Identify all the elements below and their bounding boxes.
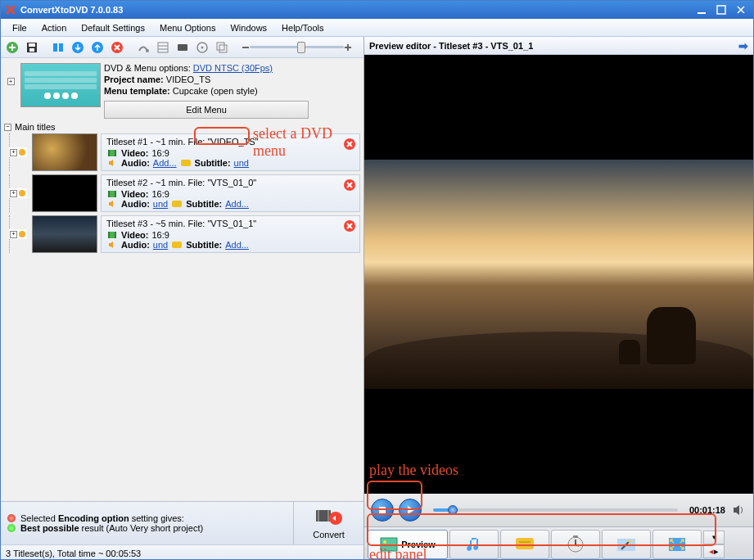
status-text: 3 Titleset(s), Total time ~ 00:05:53 — [6, 549, 141, 558]
menu-action[interactable]: Action — [35, 21, 74, 34]
up-button[interactable] — [89, 39, 106, 56]
svg-rect-5 — [29, 48, 34, 52]
tab-image-settings[interactable] — [602, 530, 651, 559]
menu-menu-options[interactable]: Menu Options — [153, 21, 222, 34]
svg-rect-1 — [717, 6, 725, 14]
quality-lights — [7, 514, 16, 532]
quality-slider[interactable] — [233, 43, 360, 52]
delete-titleset-1[interactable] — [343, 138, 356, 151]
disc-button[interactable] — [194, 39, 210, 56]
subtitle-link-2[interactable]: Add... — [225, 199, 249, 209]
close-button[interactable] — [732, 2, 750, 17]
volume-icon[interactable] — [730, 502, 747, 518]
title-list: + Titleset #1 - ~1 min. File: "VIDEO_TS"… — [1, 133, 363, 501]
minimize-button[interactable] — [693, 2, 711, 17]
tab-chapters[interactable] — [551, 530, 600, 559]
video-label: Video: — [121, 148, 148, 158]
menubar: File Action Default Settings Menu Option… — [1, 19, 753, 37]
tab-audio[interactable] — [449, 530, 499, 559]
options-link[interactable]: DVD NTSC (30Fps) — [193, 63, 273, 73]
remove-button[interactable] — [109, 39, 125, 56]
video-value: 16:9 — [151, 189, 169, 199]
convert-icon — [314, 507, 344, 530]
menu-thumbnail[interactable] — [20, 63, 101, 107]
menu-default-settings[interactable]: Default Settings — [74, 21, 151, 34]
seek-bar[interactable] — [433, 508, 678, 512]
subtitle-label: Subtitle: — [195, 158, 231, 168]
gear-icon[interactable] — [18, 148, 26, 156]
titleset-thumbnail-1[interactable] — [32, 133, 97, 171]
svg-point-17 — [201, 46, 204, 48]
chapters-button[interactable] — [155, 39, 171, 56]
menu-file[interactable]: File — [6, 21, 34, 34]
menu-windows[interactable]: Windows — [223, 21, 273, 34]
titlebar[interactable]: ConvertXtoDVD 7.0.0.83 — [1, 1, 753, 19]
subtitle-link-3[interactable]: Add... — [225, 240, 249, 250]
settings-button[interactable] — [135, 39, 151, 56]
tab-dropdown[interactable]: ▾ — [703, 531, 725, 544]
titleset-info-3: Titleset #3 - ~5 min. File: "VTS_01_1" V… — [101, 215, 360, 253]
speaker-icon — [106, 199, 118, 209]
batch-button[interactable] — [214, 39, 230, 56]
window-title: ConvertXtoDVD 7.0.0.83 — [20, 5, 691, 15]
tab-output[interactable] — [652, 530, 702, 559]
svg-rect-44 — [381, 538, 397, 551]
audio-link-1[interactable]: Add... — [153, 158, 177, 168]
stop-button[interactable] — [371, 499, 394, 522]
tab-scroll[interactable]: ◂▸ — [703, 544, 725, 558]
play-button[interactable] — [399, 499, 422, 522]
svg-rect-4 — [29, 43, 35, 47]
convert-button[interactable]: Convert — [293, 502, 363, 544]
screen-button[interactable] — [174, 39, 191, 56]
svg-point-21 — [19, 149, 25, 156]
save-button[interactable] — [24, 39, 40, 56]
titleset-header-2: Titleset #2 - ~1 min. File: "VTS_01_0" — [106, 178, 354, 187]
svg-rect-53 — [573, 535, 578, 538]
svg-point-11 — [146, 49, 149, 52]
video-value: 16:9 — [151, 148, 169, 158]
subtitle-link-1[interactable]: und — [234, 158, 249, 168]
audio-label: Audio: — [121, 199, 150, 209]
svg-rect-25 — [181, 160, 191, 166]
tree-expand-title-3[interactable]: + — [10, 231, 17, 238]
delete-titleset-3[interactable] — [343, 219, 356, 233]
tab-preview[interactable]: Preview — [368, 530, 448, 559]
edit-menu-button[interactable]: Edit Menu — [104, 101, 309, 119]
film-icon — [106, 148, 118, 158]
template-label: Menu template: — [104, 86, 170, 96]
menu-help-tools[interactable]: Help/Tools — [275, 21, 330, 34]
tree-expand-title-1[interactable]: + — [10, 149, 17, 156]
down-button[interactable] — [70, 39, 86, 56]
audio-link-3[interactable]: und — [153, 240, 168, 250]
convert-label: Convert — [313, 530, 345, 540]
audio-link-2[interactable]: und — [153, 199, 168, 209]
toolbar — [1, 37, 363, 58]
add-button[interactable] — [4, 39, 20, 56]
titleset-row: + Titleset #3 - ~5 min. File: "VTS_01_1"… — [4, 215, 360, 253]
film-icon — [106, 230, 118, 240]
video-preview[interactable] — [364, 55, 753, 494]
project-name-value: VIDEO_TS — [166, 75, 210, 84]
video-value: 16:9 — [151, 230, 169, 240]
titleset-thumbnail-2[interactable] — [32, 174, 97, 212]
delete-titleset-2[interactable] — [343, 178, 356, 192]
tree-expand-title-2[interactable]: + — [10, 190, 17, 197]
tree-collapse-main[interactable]: − — [4, 124, 11, 131]
detach-arrow-icon[interactable]: ➡ — [738, 39, 748, 52]
left-pane: + DVD & Menu options: DVD NTSC (30Fps) P… — [1, 37, 364, 560]
maximize-button[interactable] — [712, 2, 730, 17]
tree-expand-project[interactable]: + — [7, 78, 15, 85]
titleset-header-1: Titleset #1 - ~1 min. File: "VIDEO_TS" — [106, 137, 354, 147]
svg-rect-15 — [178, 44, 187, 51]
gear-icon[interactable] — [18, 230, 26, 238]
tab-subtitles[interactable] — [500, 530, 549, 559]
options-label: DVD & Menu options: — [104, 63, 191, 73]
merge-button[interactable] — [50, 39, 66, 56]
audio-label: Audio: — [121, 158, 150, 168]
edit-tab-strip: Preview ▾ ◂▸ — [364, 526, 753, 560]
titleset-thumbnail-3[interactable] — [32, 215, 97, 253]
svg-rect-36 — [115, 232, 116, 238]
titleset-header-3: Titleset #3 - ~5 min. File: "VTS_01_1" — [106, 219, 354, 228]
gear-icon[interactable] — [18, 189, 26, 197]
svg-rect-23 — [108, 150, 110, 156]
